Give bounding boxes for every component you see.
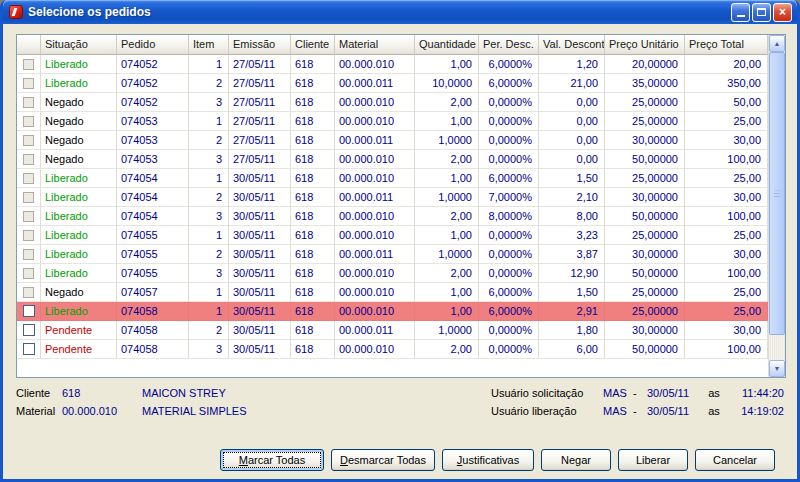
scrollbar-thumb[interactable]: [769, 52, 785, 335]
cell-item: 3: [189, 340, 229, 359]
minimize-icon: [737, 9, 745, 17]
cell-material: 00.000.010: [335, 112, 415, 131]
scroll-down-button[interactable]: ▼: [769, 360, 785, 377]
cell-val_desconto: 0,00: [539, 131, 605, 150]
checkbox-cell: [17, 169, 41, 188]
cell-cliente: 618: [291, 283, 335, 302]
row-checkbox[interactable]: [23, 154, 34, 165]
cell-pedido: 074054: [117, 207, 189, 226]
cliente-label: Cliente: [16, 386, 62, 401]
table-row[interactable]: Negado074057130/05/1161800.000.0101,006,…: [17, 283, 768, 302]
column-header-val_desconto[interactable]: Val. Desconto: [539, 35, 605, 55]
scrollbar-track[interactable]: [769, 52, 785, 360]
row-checkbox[interactable]: [23, 78, 34, 89]
status-label: Liberado: [45, 229, 88, 241]
footer-info: Cliente 618 MAICON STREY Material 00.000…: [16, 386, 784, 422]
cell-preco_unitario: 50,00000: [605, 150, 685, 169]
cell-material: 00.000.010: [335, 150, 415, 169]
cell-val_desconto: 2,91: [539, 302, 605, 321]
row-checkbox[interactable]: [23, 268, 34, 279]
table-row[interactable]: Pendente074058330/05/1161800.000.0102,00…: [17, 340, 768, 359]
column-header-pedido[interactable]: Pedido: [117, 35, 189, 55]
desmarcar-todas-button[interactable]: Desmarcar Todas: [331, 449, 435, 471]
table-row[interactable]: Liberado074055330/05/1161800.000.0102,00…: [17, 264, 768, 283]
cell-quantidade: 1,00: [415, 55, 479, 74]
status-label: Liberado: [45, 172, 88, 184]
cell-preco_total: 350,00: [685, 74, 768, 93]
row-checkbox[interactable]: [23, 305, 35, 317]
row-checkbox[interactable]: [23, 287, 34, 298]
liberar-button[interactable]: Liberar: [618, 449, 688, 471]
cell-emissao: 27/05/11: [229, 55, 291, 74]
cell-item: 3: [189, 207, 229, 226]
row-checkbox[interactable]: [23, 135, 34, 146]
solicitacao-time: 11:44:20: [729, 386, 784, 401]
row-checkbox[interactable]: [23, 211, 34, 222]
vertical-scrollbar[interactable]: ▲ ▼: [768, 35, 785, 377]
title-bar[interactable]: Selecione os pedidos ×: [3, 0, 797, 24]
cancelar-button[interactable]: Cancelar: [695, 449, 775, 471]
table-row[interactable]: Liberado074054130/05/1161800.000.0101,00…: [17, 169, 768, 188]
table-row[interactable]: Negado074052327/05/1161800.000.0102,000,…: [17, 93, 768, 112]
column-header-preco_unitario[interactable]: Preço Unitário: [605, 35, 685, 55]
table-row[interactable]: Negado074053127/05/1161800.000.0101,000,…: [17, 112, 768, 131]
cell-item: 3: [189, 264, 229, 283]
negar-button[interactable]: Negar: [541, 449, 611, 471]
table-row[interactable]: Liberado074058130/05/1161800.000.0101,00…: [17, 302, 768, 321]
minimize-button[interactable]: [731, 3, 750, 22]
cell-pedido: 074058: [117, 340, 189, 359]
material-line: Material 00.000.010 MATERIAL SIMPLES: [16, 404, 446, 419]
table-row[interactable]: Liberado074055130/05/1161800.000.0101,00…: [17, 226, 768, 245]
cell-preco_unitario: 50,00000: [605, 264, 685, 283]
checkbox-cell: [17, 340, 41, 359]
cell-material: 00.000.010: [335, 340, 415, 359]
row-checkbox[interactable]: [23, 59, 34, 70]
column-header-quantidade[interactable]: Quantidade: [415, 35, 479, 55]
cell-preco_total: 100,00: [685, 264, 768, 283]
table-row[interactable]: Negado074053327/05/1161800.000.0102,000,…: [17, 150, 768, 169]
row-checkbox[interactable]: [23, 249, 34, 260]
column-header-per_desc[interactable]: Per. Desc.: [479, 35, 539, 55]
close-button[interactable]: ×: [773, 3, 792, 22]
cell-preco_unitario: 50,00000: [605, 207, 685, 226]
cell-pedido: 074054: [117, 188, 189, 207]
liberacao-line: Usuário liberação MAS - 30/05/11 as 14:1…: [491, 404, 784, 419]
column-header-item[interactable]: Item: [189, 35, 229, 55]
row-checkbox[interactable]: [23, 97, 34, 108]
cell-per_desc: 0,0000%: [479, 112, 539, 131]
column-header-preco_total[interactable]: Preço Total: [685, 35, 768, 55]
row-checkbox[interactable]: [23, 343, 35, 355]
cell-quantidade: 2,00: [415, 93, 479, 112]
row-checkbox[interactable]: [23, 116, 34, 127]
scroll-up-button[interactable]: ▲: [769, 35, 785, 52]
row-checkbox[interactable]: [23, 192, 34, 203]
column-header-material[interactable]: Material: [335, 35, 415, 55]
table-row[interactable]: Liberado074052227/05/1161800.000.01110,0…: [17, 74, 768, 93]
cell-per_desc: 0,0000%: [479, 340, 539, 359]
table-row[interactable]: Liberado074055230/05/1161800.000.0111,00…: [17, 245, 768, 264]
column-header-cliente[interactable]: Cliente: [291, 35, 335, 55]
column-header-checkbox[interactable]: [17, 35, 41, 55]
checkbox-cell: [17, 112, 41, 131]
cell-val_desconto: 1,50: [539, 169, 605, 188]
cell-preco_unitario: 20,00000: [605, 55, 685, 74]
maximize-button[interactable]: [752, 3, 771, 22]
table-row[interactable]: Pendente074058230/05/1161800.000.0111,00…: [17, 321, 768, 340]
table-row[interactable]: Liberado074054330/05/1161800.000.0102,00…: [17, 207, 768, 226]
dialog-content: SituaçãoPedidoItemEmissãoClienteMaterial…: [3, 24, 797, 471]
status-label: Negado: [45, 153, 84, 165]
cell-cliente: 618: [291, 150, 335, 169]
row-checkbox[interactable]: [23, 230, 34, 241]
column-header-situacao[interactable]: Situação: [41, 35, 117, 55]
table-row[interactable]: Liberado074054230/05/1161800.000.0111,00…: [17, 188, 768, 207]
table-row[interactable]: Liberado074052127/05/1161800.000.0101,00…: [17, 55, 768, 74]
justificativas-button[interactable]: Justificativas: [442, 449, 534, 471]
table-row[interactable]: Negado074053227/05/1161800.000.0111,0000…: [17, 131, 768, 150]
column-header-emissao[interactable]: Emissão: [229, 35, 291, 55]
cell-quantidade: 1,0000: [415, 131, 479, 150]
row-checkbox[interactable]: [23, 173, 34, 184]
row-checkbox[interactable]: [23, 324, 35, 336]
grid-columns-area: SituaçãoPedidoItemEmissãoClienteMaterial…: [17, 35, 768, 377]
cell-cliente: 618: [291, 93, 335, 112]
marcar-todas-button[interactable]: Marcar Todas: [220, 449, 324, 471]
